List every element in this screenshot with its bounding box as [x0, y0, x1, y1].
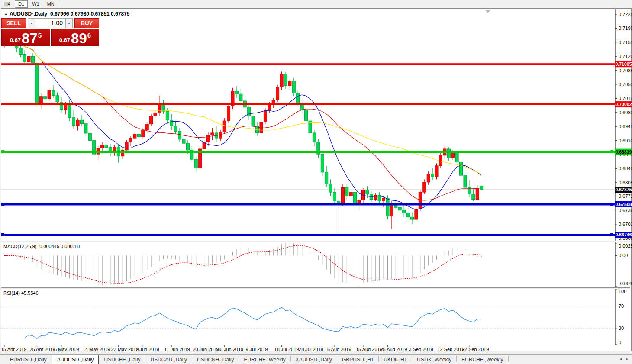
- candle-body: [439, 155, 442, 166]
- candle-body: [154, 113, 157, 116]
- chart-bottom-strip: [1, 351, 631, 354]
- chart-tab-usdcad-daily[interactable]: USDCAD-,Daily: [145, 356, 192, 364]
- candle-body: [415, 209, 418, 219]
- chart-title: AUDUSD-,Daily: [10, 11, 47, 17]
- chart-tab-eurusd-daily[interactable]: EURUSD-,Daily: [5, 356, 52, 364]
- candle-body: [223, 121, 226, 132]
- candle-body: [142, 130, 145, 137]
- price-tick-label: 0.71900: [619, 26, 632, 31]
- chart-tab-audusd-daily[interactable]: AUDUSD-,Daily: [52, 355, 99, 364]
- sell-price-display[interactable]: 0.67875: [1, 29, 50, 46]
- candle-body: [60, 102, 63, 110]
- chart-tab-xauusd-daily[interactable]: XAUUSD-,Daily: [291, 356, 337, 364]
- collapse-panel-icon[interactable]: ▲: [4, 12, 8, 16]
- price-label-text: 0.71005: [616, 61, 632, 67]
- level-handle[interactable]: [1, 150, 4, 153]
- ma-line-10: [4, 36, 481, 210]
- timeframe-toolbar: H4D1W1MN: [0, 0, 632, 8]
- candle-body: [297, 93, 300, 103]
- level-handle[interactable]: [1, 233, 4, 236]
- chart-shift-marker-icon[interactable]: [485, 10, 490, 13]
- chart-tab-usdchf-daily[interactable]: USDCHF-,Daily: [99, 356, 145, 364]
- candle-body: [227, 106, 230, 121]
- sell-button[interactable]: SELL: [1, 18, 26, 28]
- candle-body: [72, 118, 75, 126]
- price-tick-label: 0.70500: [619, 82, 632, 87]
- price-tick-label: 0.67710: [619, 193, 632, 199]
- candle-body: [39, 97, 42, 104]
- volume-increase-icon[interactable]: ▲: [65, 18, 73, 28]
- chart-tab-usdx-weekly[interactable]: USDX-,Weekly: [412, 356, 456, 364]
- chart-tab-bar: EURUSD-,DailyAUDUSD-,DailyUSDCHF-,DailyU…: [0, 354, 632, 364]
- buy-price-display[interactable]: 0.67896: [51, 29, 99, 46]
- level-handle[interactable]: [1, 203, 4, 206]
- candle-body: [88, 133, 91, 141]
- candle-body: [125, 142, 128, 150]
- candle-body: [386, 198, 389, 216]
- buy-price-pip: 6: [87, 32, 91, 39]
- macd-label: MACD(12,26,9) -0.000445 0.000781: [3, 244, 81, 249]
- level-handle[interactable]: [610, 203, 613, 206]
- volume-input[interactable]: 1.00: [35, 18, 65, 27]
- rsi-label: RSI(14) 45.5546: [3, 290, 39, 296]
- rsi-tick-label: 30: [619, 325, 624, 331]
- candle-body: [170, 120, 173, 126]
- candle-body: [19, 48, 22, 55]
- candle-body: [268, 105, 271, 110]
- candle-body: [423, 182, 426, 192]
- candle-body: [76, 120, 79, 125]
- price-tick-label: 0.68400: [619, 166, 632, 171]
- candle-body: [84, 124, 87, 133]
- timeframe-button-d1[interactable]: D1: [15, 0, 28, 8]
- timeframe-button-h4[interactable]: H4: [1, 0, 14, 8]
- candle-body: [451, 153, 455, 158]
- macd-tick-label: 0.00: [619, 253, 628, 258]
- chart-tab-eurchf-weekly[interactable]: EURCHF-,Weekly: [457, 356, 508, 364]
- candle-body: [27, 56, 30, 62]
- price-tick-label: 0.72250: [619, 12, 632, 17]
- price-tick-label: 0.70850: [619, 68, 632, 73]
- candle-body: [455, 153, 458, 162]
- timeframe-button-mn[interactable]: MN: [44, 0, 58, 8]
- candle-body: [419, 192, 422, 209]
- price-tick-label: 0.69100: [619, 138, 632, 143]
- candle-body: [292, 81, 295, 93]
- candle-body: [68, 104, 71, 118]
- price-tick-label: 0.68050: [619, 180, 632, 185]
- candle-body: [137, 134, 140, 137]
- candle-body: [182, 139, 185, 143]
- candle-body: [158, 105, 161, 113]
- chart-tab-usdcnh-daily[interactable]: USDCNH-,Daily: [192, 356, 239, 364]
- candle-body: [56, 96, 59, 102]
- candle-body: [35, 63, 39, 104]
- buy-button[interactable]: BUY: [74, 18, 99, 28]
- chart-tab-ukoil-h1[interactable]: UKOil-,H1: [379, 356, 412, 364]
- candle-body: [105, 145, 108, 148]
- candle-body: [431, 174, 434, 177]
- volume-decrease-icon[interactable]: ▼: [28, 18, 35, 28]
- timeframe-button-w1[interactable]: W1: [29, 0, 43, 8]
- price-tick-label: 0.71550: [619, 40, 632, 45]
- level-handle[interactable]: [610, 233, 613, 236]
- candle-body: [145, 124, 148, 130]
- level-handle[interactable]: [610, 150, 613, 153]
- candle-body: [133, 134, 136, 138]
- price-tick-label: 0.71200: [619, 54, 632, 59]
- tab-scroll-arrows[interactable]: ◂ ▸: [619, 357, 630, 361]
- candle-body: [288, 81, 291, 86]
- candle-body: [280, 74, 283, 87]
- candle-body: [398, 207, 401, 210]
- candle-body: [81, 120, 84, 123]
- toolbar-separator: [60, 1, 60, 7]
- price-label-text: 0.67875: [616, 187, 632, 192]
- candle-body: [313, 133, 316, 142]
- chart-tab-eurchf-weekly[interactable]: EURCHF-,Weekly: [239, 356, 290, 364]
- candle-body: [186, 143, 189, 150]
- price-label-text: 0.70002: [616, 102, 632, 107]
- chart-tab-gbpusd-h1[interactable]: GBPUSD-,H1: [337, 356, 378, 364]
- ma-line-25: [4, 36, 481, 201]
- tab-separator: [508, 356, 509, 361]
- candle-body: [239, 94, 242, 101]
- candle-body: [382, 198, 385, 201]
- one-click-trading-panel: SELL ▼ 1.00 ▲ BUY 0.67875 0.67896: [1, 18, 99, 46]
